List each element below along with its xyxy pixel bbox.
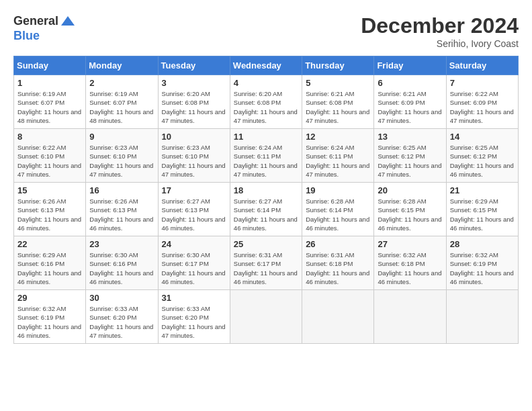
logo-general-text: General (13, 15, 58, 28)
day-info: Sunrise: 6:27 AMSunset: 6:13 PMDaylight:… (162, 197, 226, 232)
day-number: 19 (306, 185, 370, 195)
day-info: Sunrise: 6:25 AMSunset: 6:12 PMDaylight:… (450, 144, 514, 178)
day-info: Sunrise: 6:20 AMSunset: 6:08 PMDaylight:… (162, 90, 226, 124)
page-header: General Blue December 2024 Serihio, Ivor… (13, 13, 519, 49)
day-info: Sunrise: 6:32 AMSunset: 6:18 PMDaylight:… (378, 251, 441, 285)
calendar-cell: 4 Sunrise: 6:20 AMSunset: 6:08 PMDayligh… (230, 75, 302, 129)
calendar-week-5: 29 Sunrise: 6:32 AMSunset: 6:19 PMDaylig… (14, 290, 519, 344)
calendar-cell: 2 Sunrise: 6:19 AMSunset: 6:07 PMDayligh… (86, 75, 158, 129)
day-number: 18 (234, 185, 298, 195)
day-number: 2 (89, 78, 154, 88)
title-block: December 2024 Serihio, Ivory Coast (361, 13, 519, 49)
calendar-cell (230, 290, 302, 344)
calendar-cell: 13 Sunrise: 6:25 AMSunset: 6:12 PMDaylig… (374, 129, 446, 183)
day-number: 11 (234, 132, 298, 142)
calendar-cell: 15 Sunrise: 6:26 AMSunset: 6:13 PMDaylig… (14, 183, 86, 236)
calendar-table: SundayMondayTuesdayWednesdayThursdayFrid… (13, 56, 519, 344)
day-info: Sunrise: 6:29 AMSunset: 6:16 PMDaylight:… (17, 251, 81, 285)
day-info: Sunrise: 6:23 AMSunset: 6:10 PMDaylight:… (162, 144, 226, 178)
location-subtitle: Serihio, Ivory Coast (361, 38, 519, 49)
day-number: 24 (162, 239, 226, 249)
day-info: Sunrise: 6:32 AMSunset: 6:19 PMDaylight:… (450, 251, 514, 285)
calendar-cell: 3 Sunrise: 6:20 AMSunset: 6:08 PMDayligh… (158, 75, 230, 129)
calendar-cell: 8 Sunrise: 6:22 AMSunset: 6:10 PMDayligh… (14, 129, 86, 183)
day-info: Sunrise: 6:19 AMSunset: 6:07 PMDaylight:… (17, 90, 81, 124)
day-number: 23 (89, 239, 154, 249)
header-friday: Friday (374, 56, 446, 75)
calendar-cell: 9 Sunrise: 6:23 AMSunset: 6:10 PMDayligh… (86, 129, 158, 183)
day-number: 9 (89, 132, 154, 142)
header-sunday: Sunday (14, 56, 86, 75)
day-number: 5 (306, 78, 370, 88)
day-info: Sunrise: 6:32 AMSunset: 6:19 PMDaylight:… (17, 305, 81, 339)
calendar-cell: 12 Sunrise: 6:24 AMSunset: 6:11 PMDaylig… (302, 129, 374, 183)
day-info: Sunrise: 6:21 AMSunset: 6:09 PMDaylight:… (378, 90, 441, 124)
header-tuesday: Tuesday (158, 56, 230, 75)
header-thursday: Thursday (302, 56, 374, 75)
day-number: 26 (306, 239, 370, 249)
calendar-cell: 27 Sunrise: 6:32 AMSunset: 6:18 PMDaylig… (374, 236, 446, 290)
day-info: Sunrise: 6:20 AMSunset: 6:08 PMDaylight:… (234, 90, 298, 124)
calendar-cell: 23 Sunrise: 6:30 AMSunset: 6:16 PMDaylig… (86, 236, 158, 290)
calendar-cell: 10 Sunrise: 6:23 AMSunset: 6:10 PMDaylig… (158, 129, 230, 183)
day-info: Sunrise: 6:28 AMSunset: 6:15 PMDaylight:… (378, 197, 441, 232)
calendar-cell (446, 290, 518, 344)
day-number: 4 (234, 78, 298, 88)
day-info: Sunrise: 6:33 AMSunset: 6:20 PMDaylight:… (89, 305, 153, 339)
calendar-cell: 5 Sunrise: 6:21 AMSunset: 6:08 PMDayligh… (302, 75, 374, 129)
day-info: Sunrise: 6:24 AMSunset: 6:11 PMDaylight:… (234, 144, 298, 178)
calendar-cell: 1 Sunrise: 6:19 AMSunset: 6:07 PMDayligh… (14, 75, 86, 129)
day-info: Sunrise: 6:21 AMSunset: 6:08 PMDaylight:… (306, 90, 369, 124)
day-number: 8 (17, 132, 82, 142)
day-number: 20 (378, 185, 442, 195)
day-number: 6 (378, 78, 442, 88)
calendar-cell: 7 Sunrise: 6:22 AMSunset: 6:09 PMDayligh… (446, 75, 518, 129)
day-number: 7 (450, 78, 515, 88)
day-number: 17 (162, 185, 226, 195)
calendar-cell: 18 Sunrise: 6:27 AMSunset: 6:14 PMDaylig… (230, 183, 302, 236)
day-info: Sunrise: 6:33 AMSunset: 6:20 PMDaylight:… (162, 305, 226, 339)
day-info: Sunrise: 6:22 AMSunset: 6:09 PMDaylight:… (450, 90, 514, 124)
day-info: Sunrise: 6:22 AMSunset: 6:10 PMDaylight:… (17, 144, 81, 178)
calendar-week-1: 1 Sunrise: 6:19 AMSunset: 6:07 PMDayligh… (14, 75, 519, 129)
calendar-week-2: 8 Sunrise: 6:22 AMSunset: 6:10 PMDayligh… (14, 129, 519, 183)
svg-marker-0 (61, 16, 75, 26)
day-info: Sunrise: 6:24 AMSunset: 6:11 PMDaylight:… (306, 144, 369, 178)
day-number: 16 (89, 185, 154, 195)
day-info: Sunrise: 6:31 AMSunset: 6:18 PMDaylight:… (306, 251, 369, 285)
logo-icon (60, 13, 76, 30)
calendar-cell: 16 Sunrise: 6:26 AMSunset: 6:13 PMDaylig… (86, 183, 158, 236)
day-info: Sunrise: 6:30 AMSunset: 6:16 PMDaylight:… (89, 251, 153, 285)
calendar-cell: 11 Sunrise: 6:24 AMSunset: 6:11 PMDaylig… (230, 129, 302, 183)
calendar-cell: 24 Sunrise: 6:30 AMSunset: 6:17 PMDaylig… (158, 236, 230, 290)
day-number: 14 (450, 132, 515, 142)
day-number: 22 (17, 239, 82, 249)
day-info: Sunrise: 6:27 AMSunset: 6:14 PMDaylight:… (234, 197, 298, 232)
calendar-week-4: 22 Sunrise: 6:29 AMSunset: 6:16 PMDaylig… (14, 236, 519, 290)
calendar-cell: 21 Sunrise: 6:29 AMSunset: 6:15 PMDaylig… (446, 183, 518, 236)
day-number: 27 (378, 239, 442, 249)
day-number: 25 (234, 239, 298, 249)
calendar-cell: 19 Sunrise: 6:28 AMSunset: 6:14 PMDaylig… (302, 183, 374, 236)
day-number: 30 (89, 293, 154, 303)
day-info: Sunrise: 6:31 AMSunset: 6:17 PMDaylight:… (234, 251, 298, 285)
calendar-header-row: SundayMondayTuesdayWednesdayThursdayFrid… (14, 56, 519, 75)
day-number: 10 (162, 132, 226, 142)
day-number: 15 (17, 185, 82, 195)
day-number: 29 (17, 293, 82, 303)
day-info: Sunrise: 6:23 AMSunset: 6:10 PMDaylight:… (89, 144, 153, 178)
calendar-cell: 22 Sunrise: 6:29 AMSunset: 6:16 PMDaylig… (14, 236, 86, 290)
calendar-cell: 20 Sunrise: 6:28 AMSunset: 6:15 PMDaylig… (374, 183, 446, 236)
day-info: Sunrise: 6:19 AMSunset: 6:07 PMDaylight:… (89, 90, 153, 124)
header-monday: Monday (86, 56, 158, 75)
calendar-cell: 30 Sunrise: 6:33 AMSunset: 6:20 PMDaylig… (86, 290, 158, 344)
calendar-cell (302, 290, 374, 344)
day-number: 1 (17, 78, 82, 88)
day-info: Sunrise: 6:28 AMSunset: 6:14 PMDaylight:… (306, 197, 369, 232)
logo-blue-text: Blue (13, 30, 76, 43)
calendar-cell (374, 290, 446, 344)
calendar-cell: 25 Sunrise: 6:31 AMSunset: 6:17 PMDaylig… (230, 236, 302, 290)
header-saturday: Saturday (446, 56, 518, 75)
day-info: Sunrise: 6:26 AMSunset: 6:13 PMDaylight:… (17, 197, 81, 232)
logo: General Blue (13, 13, 76, 43)
